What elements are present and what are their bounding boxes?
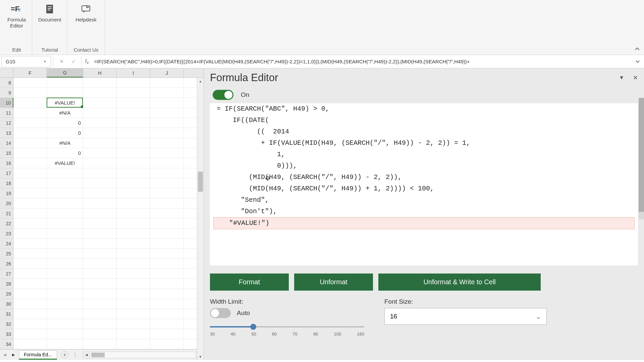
cell-J14[interactable] bbox=[150, 138, 184, 148]
row-header-17[interactable]: 17 bbox=[0, 168, 13, 178]
select-all-corner[interactable] bbox=[0, 68, 13, 77]
hscroll-track[interactable] bbox=[90, 352, 196, 358]
editor-scrollbar[interactable] bbox=[639, 98, 644, 219]
cell-F13[interactable] bbox=[13, 128, 47, 138]
cell-I11[interactable] bbox=[117, 108, 150, 118]
cell-H24[interactable] bbox=[83, 239, 117, 248]
cell-I28[interactable] bbox=[117, 279, 150, 289]
cell-F25[interactable] bbox=[13, 249, 47, 258]
cell-I16[interactable] bbox=[117, 158, 150, 168]
cell-I32[interactable] bbox=[117, 319, 150, 329]
cell-H30[interactable] bbox=[83, 299, 117, 309]
cell-G24[interactable] bbox=[47, 239, 83, 248]
cell-F11[interactable] bbox=[13, 108, 47, 118]
row-header-27[interactable]: 27 bbox=[0, 269, 13, 279]
cell-H21[interactable] bbox=[83, 208, 117, 218]
cell-J19[interactable] bbox=[150, 188, 184, 198]
cell-H13[interactable] bbox=[83, 128, 117, 138]
cell-G11[interactable]: #N/A bbox=[47, 108, 83, 118]
cell-H34[interactable] bbox=[83, 339, 117, 349]
cell-J18[interactable] bbox=[150, 178, 184, 188]
cell-H25[interactable] bbox=[83, 249, 117, 258]
cell-H11[interactable] bbox=[83, 108, 117, 118]
row-header-30[interactable]: 30 bbox=[0, 299, 13, 309]
cell-J29[interactable] bbox=[150, 289, 184, 299]
code-line[interactable]: (( 2014 bbox=[210, 126, 638, 137]
cell-F17[interactable] bbox=[13, 168, 47, 178]
cell-H19[interactable] bbox=[83, 188, 117, 198]
cell-F24[interactable] bbox=[13, 239, 47, 248]
cell-G34[interactable] bbox=[47, 339, 83, 349]
expand-formula-bar-icon[interactable] bbox=[631, 60, 644, 63]
cell-G15[interactable]: 0 bbox=[47, 148, 83, 158]
tab-nav-next-icon[interactable]: ▶ bbox=[10, 352, 17, 358]
cell-G32[interactable] bbox=[47, 319, 83, 329]
formula-code-editor[interactable]: = IF(SEARCH("ABC", H49) > 0, IF((DATE( (… bbox=[210, 103, 638, 265]
code-line[interactable]: = IF(SEARCH("ABC", H49) > 0, bbox=[210, 103, 638, 115]
cell-F21[interactable] bbox=[13, 208, 47, 218]
row-header-9[interactable]: 9 bbox=[0, 88, 13, 98]
row-header-8[interactable]: 8 bbox=[0, 78, 13, 88]
cell-H8[interactable] bbox=[83, 78, 117, 87]
cell-J16[interactable] bbox=[150, 158, 184, 168]
cell-J31[interactable] bbox=[150, 309, 184, 319]
cell-G22[interactable] bbox=[47, 219, 83, 228]
row-header-32[interactable]: 32 bbox=[0, 319, 13, 329]
column-header-F[interactable]: F bbox=[13, 68, 47, 77]
cell-I10[interactable] bbox=[117, 98, 150, 108]
cell-G12[interactable]: 0 bbox=[47, 118, 83, 128]
cell-G19[interactable] bbox=[47, 188, 83, 198]
code-line[interactable]: 1, bbox=[210, 149, 638, 160]
code-line[interactable]: "Send", bbox=[210, 194, 638, 206]
cell-J24[interactable] bbox=[150, 239, 184, 248]
sheet-tab-active[interactable]: Formula Ed... bbox=[19, 350, 57, 360]
cell-H29[interactable] bbox=[83, 289, 117, 299]
cell-F8[interactable] bbox=[13, 78, 47, 87]
cell-J23[interactable] bbox=[150, 229, 184, 238]
cell-J13[interactable] bbox=[150, 128, 184, 138]
cell-H9[interactable] bbox=[83, 88, 117, 98]
cell-I26[interactable] bbox=[117, 259, 150, 268]
cell-J25[interactable] bbox=[150, 249, 184, 258]
cell-I8[interactable] bbox=[117, 78, 150, 87]
cell-G26[interactable] bbox=[47, 259, 83, 268]
cell-F27[interactable] bbox=[13, 269, 47, 279]
cell-G29[interactable] bbox=[47, 289, 83, 299]
add-sheet-button[interactable]: + bbox=[61, 351, 68, 359]
cell-J27[interactable] bbox=[150, 269, 184, 279]
cell-H20[interactable] bbox=[83, 198, 117, 208]
tab-nav-prev-icon[interactable]: ◀ bbox=[1, 352, 8, 358]
cell-G31[interactable] bbox=[47, 309, 83, 319]
code-line[interactable]: "Don't"), bbox=[210, 206, 638, 217]
enter-formula-icon[interactable]: ✓ bbox=[69, 58, 77, 66]
cell-G10[interactable]: #VALUE! bbox=[47, 98, 83, 108]
cell-I22[interactable] bbox=[117, 219, 150, 228]
panel-close-icon[interactable]: ✕ bbox=[633, 74, 638, 81]
column-header-G[interactable]: G bbox=[47, 68, 83, 77]
cell-I20[interactable] bbox=[117, 198, 150, 208]
cell-J9[interactable] bbox=[150, 88, 184, 98]
cancel-formula-icon[interactable]: ✕ bbox=[57, 58, 65, 66]
cell-I14[interactable] bbox=[117, 138, 150, 148]
cell-G21[interactable] bbox=[47, 208, 83, 218]
cell-F19[interactable] bbox=[13, 188, 47, 198]
row-header-34[interactable]: 34 bbox=[0, 339, 13, 349]
cell-G16[interactable]: #VALUE! bbox=[47, 158, 83, 168]
cell-I23[interactable] bbox=[117, 229, 150, 238]
cell-J20[interactable] bbox=[150, 198, 184, 208]
cell-I31[interactable] bbox=[117, 309, 150, 319]
cell-F28[interactable] bbox=[13, 279, 47, 289]
cell-G9[interactable] bbox=[47, 88, 83, 98]
hscroll-left-icon[interactable]: ◀ bbox=[83, 352, 90, 358]
row-header-25[interactable]: 25 bbox=[0, 249, 13, 259]
code-line[interactable]: 0))), bbox=[210, 160, 638, 172]
column-header-I[interactable]: I bbox=[117, 68, 150, 77]
row-header-22[interactable]: 22 bbox=[0, 219, 13, 229]
formula-input[interactable]: =IF(SEARCH("ABC",H49)>0,IF((DATE(((2014+… bbox=[92, 59, 631, 64]
row-header-14[interactable]: 14 bbox=[0, 138, 13, 148]
cell-I18[interactable] bbox=[117, 178, 150, 188]
row-header-24[interactable]: 24 bbox=[0, 239, 13, 249]
cell-H27[interactable] bbox=[83, 269, 117, 279]
column-header-J[interactable]: J bbox=[150, 68, 184, 77]
cell-I15[interactable] bbox=[117, 148, 150, 158]
